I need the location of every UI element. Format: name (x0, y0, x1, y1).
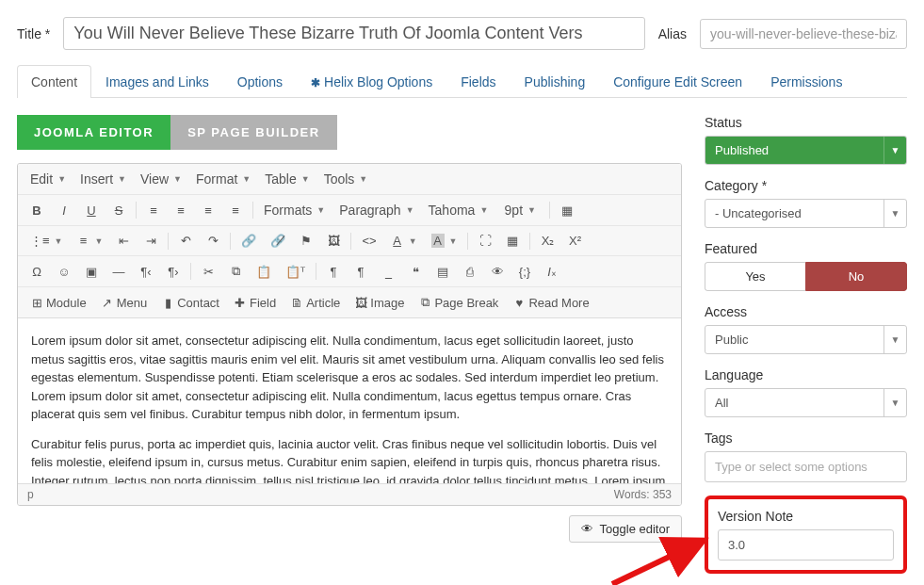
strikethrough-icon[interactable]: S (105, 199, 132, 222)
menu-edit[interactable]: Edit▼ (24, 167, 73, 191)
access-label: Access (705, 304, 907, 319)
fontsize-dropdown[interactable]: 9pt▼ (498, 198, 545, 222)
copy-icon[interactable]: ⧉ (222, 259, 249, 284)
align-left-icon[interactable]: ≡ (140, 199, 167, 222)
chevron-down-icon: ▼ (883, 326, 906, 353)
undo-icon[interactable]: ↶ (172, 229, 199, 252)
status-label: Status (705, 115, 907, 130)
specialchar-icon[interactable]: Ω (24, 260, 50, 284)
number-list-icon[interactable]: ≡▼ (71, 229, 110, 252)
chevron-down-icon: ▼ (883, 137, 906, 164)
table2-icon[interactable]: ▦ (499, 229, 526, 252)
image-icon[interactable]: 🖼 (320, 229, 347, 252)
font-dropdown[interactable]: Tahoma▼ (422, 198, 497, 222)
category-select[interactable]: - Uncategorised ▼ (705, 199, 907, 228)
article-button[interactable]: 🗎 Article (284, 291, 347, 315)
content-p2: Curabitur felis purus, porta ac imperdie… (31, 435, 668, 484)
subscript-icon[interactable]: X₂ (534, 229, 560, 252)
pagebreak-button[interactable]: ⧉ Page Break (412, 290, 505, 315)
word-count: Words: 353 (614, 488, 672, 501)
field-button[interactable]: ✚ Field (227, 291, 283, 315)
tab-images-links[interactable]: Images and Links (91, 65, 223, 98)
tab-helix-blog[interactable]: ✱Helix Blog Options (297, 65, 446, 98)
tab-options[interactable]: Options (223, 65, 297, 98)
menu-tools[interactable]: Tools▼ (317, 167, 375, 191)
bold-icon[interactable]: B (24, 199, 50, 222)
tab-fields[interactable]: Fields (446, 65, 510, 98)
alias-input[interactable] (700, 19, 907, 49)
textcolor-icon[interactable]: A▼ (384, 229, 424, 252)
status-select[interactable]: Published ▼ (705, 136, 907, 165)
editor: Edit▼ Insert▼ View▼ Format▼ Table▼ Tools… (17, 163, 682, 506)
paragraph-dropdown[interactable]: Paragraph▼ (332, 198, 420, 222)
codesample-icon[interactable]: {;} (511, 260, 538, 284)
paste-icon[interactable]: 📋 (250, 260, 278, 284)
language-select[interactable]: All ▼ (705, 388, 907, 417)
menu-button[interactable]: ↗ Menu (94, 291, 154, 315)
blockquote-icon[interactable]: ❝ (402, 260, 429, 284)
contact-button[interactable]: ▮ Contact (154, 291, 226, 315)
table-icon[interactable]: ▦ (554, 199, 580, 222)
tags-input[interactable] (705, 451, 907, 482)
helix-icon: ✱ (311, 76, 320, 89)
formats-dropdown[interactable]: Formats▼ (257, 198, 332, 222)
featured-yes-button[interactable]: Yes (705, 262, 805, 291)
code-icon[interactable]: <> (355, 229, 382, 252)
eye-icon: 👁 (581, 522, 594, 536)
indent-icon[interactable]: ⇥ (138, 229, 164, 252)
bgcolor-icon[interactable]: A▼ (425, 229, 464, 252)
preview-icon[interactable]: 👁 (484, 260, 511, 284)
module-button[interactable]: ⊞ Module (24, 291, 93, 315)
readmore-button[interactable]: ♥ Read More (506, 291, 595, 315)
sp-page-builder-button[interactable]: SP PAGE BUILDER (170, 115, 336, 150)
menu-view[interactable]: View▼ (134, 167, 188, 191)
category-label: Category * (705, 178, 907, 193)
menu-format[interactable]: Format▼ (189, 167, 257, 191)
emoji-icon[interactable]: ☺ (51, 260, 77, 284)
showblocks-icon[interactable]: ¶ (348, 260, 374, 284)
version-note-input[interactable] (718, 529, 894, 561)
builder-toggle: JOOMLA EDITOR SP PAGE BUILDER (17, 115, 682, 150)
link-icon[interactable]: 🔗 (235, 229, 263, 252)
tab-content[interactable]: Content (17, 65, 91, 98)
underline-icon[interactable]: U (78, 199, 105, 222)
anchor-icon[interactable]: ⚑ (293, 229, 319, 252)
ltr-icon[interactable]: ¶‹ (133, 260, 159, 284)
joomla-editor-button[interactable]: JOOMLA EDITOR (17, 115, 170, 150)
toggle-editor-button[interactable]: 👁 Toggle editor (569, 515, 682, 543)
image-button[interactable]: 🖼 Image (348, 291, 411, 315)
align-right-icon[interactable]: ≡ (195, 199, 221, 222)
align-justify-icon[interactable]: ≡ (222, 199, 249, 222)
align-center-icon[interactable]: ≡ (168, 199, 194, 222)
italic-icon[interactable]: I (51, 199, 77, 222)
rtl-icon[interactable]: ¶› (160, 260, 186, 284)
cut-icon[interactable]: ✂ (195, 260, 221, 284)
tab-configure-edit[interactable]: Configure Edit Screen (599, 65, 756, 98)
unlink-icon[interactable]: 🔗̸ (264, 229, 292, 252)
media-icon[interactable]: ▣ (78, 260, 105, 284)
version-note-highlight: Version Note (705, 496, 907, 574)
nbsp-icon[interactable]: _̲ (375, 260, 401, 284)
menu-insert[interactable]: Insert▼ (73, 167, 133, 191)
featured-label: Featured (705, 241, 907, 256)
print-icon[interactable]: ⎙ (457, 260, 483, 284)
access-select[interactable]: Public ▼ (705, 325, 907, 354)
clearformat-icon[interactable]: Iₓ (539, 260, 565, 284)
bullet-list-icon[interactable]: ⋮≡▼ (24, 229, 70, 252)
featured-no-button[interactable]: No (805, 262, 907, 291)
outdent-icon[interactable]: ⇤ (110, 229, 137, 252)
tab-publishing[interactable]: Publishing (511, 65, 600, 98)
redo-icon[interactable]: ↷ (200, 229, 226, 252)
fullscreen-icon[interactable]: ⛶ (472, 229, 498, 252)
menu-table[interactable]: Table▼ (258, 167, 316, 191)
hr-icon[interactable]: — (105, 260, 132, 284)
title-input[interactable] (63, 17, 644, 50)
version-note-label: Version Note (718, 509, 894, 524)
superscript-icon[interactable]: X² (561, 229, 588, 252)
pastetext-icon[interactable]: 📋ᵀ (279, 260, 312, 284)
template-icon[interactable]: ▤ (430, 260, 456, 284)
tabs: Content Images and Links Options ✱Helix … (17, 65, 907, 98)
tab-permissions[interactable]: Permissions (756, 65, 856, 98)
editor-content[interactable]: Lorem ipsum dolor sit amet, consectetur … (18, 318, 681, 483)
pilcrow-icon[interactable]: ¶ (320, 260, 347, 284)
